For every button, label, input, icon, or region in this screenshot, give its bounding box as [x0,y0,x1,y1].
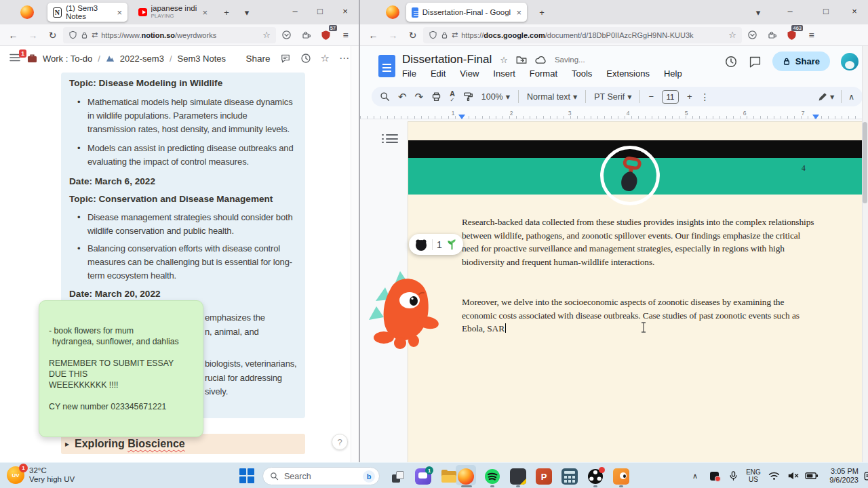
lock-icon[interactable] [81,31,88,39]
bing-chat-icon[interactable]: b [363,470,375,483]
forward-button[interactable]: → [24,30,42,41]
updates-clock-icon[interactable] [300,53,311,64]
volume-muted-icon[interactable] [784,471,802,481]
address-bar[interactable]: ⇄ https://www.notion.so/weyrdworks ☆ [63,27,276,43]
scrollbar-gutter[interactable] [351,46,359,462]
desktop-pet-dino[interactable] [365,268,441,350]
right-indent-marker[interactable] [812,115,819,119]
document-page[interactable]: 4 Research-backed data collected from th… [408,122,863,462]
list-tabs-button[interactable]: ▾ [750,5,766,20]
menu-extensions[interactable]: Extensions [606,68,650,79]
permissions-icon[interactable]: ⇄ [92,30,98,39]
zoom-select[interactable]: 100%▾ [481,92,510,102]
share-button[interactable]: Share [772,52,830,71]
document-outline-icon[interactable] [386,134,398,144]
menu-view[interactable]: View [460,68,479,79]
shield-icon[interactable] [68,30,77,39]
toolbar-more-icon[interactable]: ⋮ [701,92,710,102]
tab-youtube[interactable]: japanese indie m PLAYING × [133,3,213,22]
editing-mode-select[interactable]: ▾ [818,92,834,102]
address-bar[interactable]: ⇄ https://docs.google.com/document/d/18D… [423,27,742,43]
menu-help[interactable]: Help [664,68,682,79]
minimize-button[interactable]: – [281,0,309,22]
powerpoint-app-icon[interactable]: P [534,467,553,486]
tab-close-icon[interactable]: × [117,7,122,18]
tray-overflow-icon[interactable]: ∧ [686,472,704,481]
language-indicator[interactable]: ENGUS [743,468,764,483]
adblock-shield-icon[interactable]: 463 [783,27,801,43]
shield-icon[interactable] [429,30,437,39]
menu-tools[interactable]: Tools [572,68,592,79]
breadcrumb-page[interactable]: Sem3 Notes [178,54,226,64]
comment-icon[interactable] [749,56,762,68]
move-folder-icon[interactable] [516,55,527,64]
spotify-app-icon[interactable] [483,467,502,486]
back-button[interactable]: ← [4,30,22,41]
ruler[interactable]: 1 2 3 4 5 6 7 [360,109,863,119]
tab-close-icon[interactable]: × [202,7,208,18]
paragraph[interactable]: Moreover, we delve into the socioeconomi… [462,296,817,336]
pet-counter-widget[interactable]: 1 [409,234,463,255]
extensions-puzzle-icon[interactable] [297,27,315,43]
notion-help-button[interactable]: ? [332,434,348,450]
extensions-puzzle-icon[interactable] [763,27,781,43]
start-button[interactable] [239,468,254,483]
left-indent-marker[interactable] [458,115,465,119]
menu-file[interactable]: File [402,68,416,79]
new-tab-button[interactable]: + [534,5,550,20]
lock-icon[interactable] [441,31,448,39]
menu-insert[interactable]: Insert [493,68,515,79]
breadcrumb-mid[interactable]: 2022-sem3 [120,54,164,64]
scrollbar[interactable] [862,46,868,462]
file-explorer-icon[interactable] [439,467,458,486]
pet-app-icon[interactable] [612,467,631,486]
battery-icon[interactable] [803,472,821,480]
adblock-shield-icon[interactable]: 57 [317,27,335,43]
firefox-app-icon[interactable] [456,467,475,486]
close-window-button[interactable]: × [841,0,868,22]
hide-menus-icon[interactable]: ∧ [848,92,854,102]
bookmark-star-icon[interactable]: ☆ [728,30,736,40]
comments-icon[interactable] [280,54,291,64]
pocket-icon[interactable] [743,27,762,43]
microphone-icon[interactable] [724,470,742,481]
redo-icon[interactable]: ↷ [415,91,424,103]
breadcrumb-root[interactable]: Work : To-do [43,54,92,64]
font-size-field[interactable]: 11 [662,90,679,104]
google-docs-logo-icon[interactable] [378,55,395,77]
paragraph[interactable]: Research-backed data collected from thes… [462,216,817,268]
tab-close-icon[interactable]: × [516,7,521,18]
version-history-icon[interactable] [724,55,738,68]
close-window-button[interactable]: × [332,0,359,22]
maximize-button[interactable]: □ [812,0,840,22]
favorite-star-icon[interactable]: ☆ [321,52,330,64]
obs-app-icon[interactable] [586,467,605,486]
paint-format-icon[interactable] [463,92,473,102]
spellcheck-icon[interactable]: A✓ [450,91,455,103]
menu-format[interactable]: Format [530,68,557,79]
toggle-arrow-icon[interactable]: ▸ [65,439,69,449]
sidebar-toggle-icon[interactable]: 1 [9,53,22,64]
minimize-button[interactable]: – [776,0,804,22]
print-icon[interactable] [431,92,441,102]
weather-widget[interactable]: UV 1 32°CVery high UV [7,466,75,484]
app-menu-icon[interactable]: ≡ [336,27,355,43]
font-select[interactable]: PT Serif▾ [594,92,631,102]
scrollbar-thumb[interactable] [863,122,867,203]
account-avatar[interactable] [841,53,859,70]
document-title[interactable]: Dissertation-Final [402,53,492,66]
notes-app-icon[interactable] [509,467,528,486]
notification-center-icon[interactable] [860,471,868,481]
increase-font-icon[interactable]: + [687,92,692,102]
forward-button[interactable]: → [384,30,402,41]
wifi-icon[interactable] [765,471,783,481]
undo-icon[interactable]: ↶ [398,91,407,103]
reload-button[interactable]: ↻ [403,30,422,41]
obs-tray-icon[interactable] [705,472,723,481]
list-tabs-button[interactable]: ▾ [239,5,255,20]
share-button[interactable]: Share [246,54,271,64]
pocket-icon[interactable] [277,27,296,43]
menu-edit[interactable]: Edit [431,68,446,79]
paragraph-style-select[interactable]: Normal text▾ [527,92,577,102]
decrease-font-icon[interactable]: − [648,92,654,102]
